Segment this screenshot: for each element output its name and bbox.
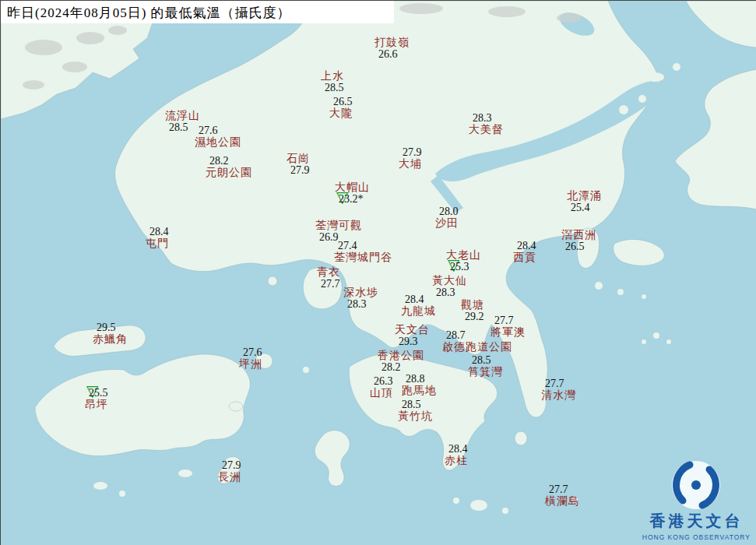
station-name: 橫瀾島	[545, 495, 580, 507]
station-name: 西貢	[513, 251, 536, 263]
station-label-35: 赤柱28.4	[445, 443, 468, 466]
station-temperature: 28.2	[382, 361, 401, 373]
station-label-1: 上水28.5	[321, 70, 344, 93]
station-name: 流浮山	[165, 110, 200, 121]
station-name: 元朗公園	[206, 167, 252, 178]
hko-logo-icon	[670, 459, 722, 511]
station-name: 大隴	[329, 107, 353, 119]
station-temperature: 25.5▽	[89, 387, 108, 399]
station-label-0: 打鼓嶺26.6	[374, 37, 410, 60]
station-temperature: 27.9	[403, 146, 422, 158]
station-name: 深水埗	[343, 287, 378, 298]
station-temperature: 27.6	[199, 125, 218, 136]
station-name: 石崗	[287, 153, 310, 164]
station-label-36: 長洲27.9	[218, 459, 241, 483]
station-label-18: 青衣27.7	[317, 266, 340, 290]
title-bar: 昨日(2024年08月05日) 的最低氣溫（攝氏度）	[1, 1, 394, 23]
station-temperature: 27.9	[290, 164, 310, 176]
station-temperature: 25.4	[571, 202, 590, 213]
station-name: 大埔	[399, 158, 422, 170]
station-temperature: 26.5	[565, 241, 585, 252]
station-temperature: 28.5	[325, 82, 344, 93]
station-name: 滘西洲	[561, 229, 596, 241]
station-label-21: 九龍城28.4	[401, 294, 436, 317]
station-temperature: 27.6	[243, 346, 262, 358]
station-temperature: 28.3	[436, 287, 455, 298]
station-label-8: 元朗公園28.2	[206, 155, 252, 178]
station-temperature: 26.5	[333, 96, 353, 107]
min-temp-marker-icon: ▽	[86, 383, 98, 399]
station-name: 大帽山	[335, 181, 370, 193]
station-label-13: 屯門28.4	[146, 226, 169, 249]
station-label-11: 沙田28.0	[435, 206, 459, 229]
station-label-9: 大帽山23.2*▽	[335, 181, 370, 205]
station-temperature: 27.9	[222, 459, 241, 471]
station-label-16: 西貢28.4	[513, 240, 536, 263]
station-name: 屯門	[146, 237, 169, 249]
station-temperature: 27.7	[321, 278, 340, 290]
station-name: 上水	[321, 70, 344, 82]
station-name: 黃竹坑	[398, 410, 433, 422]
station-name: 天文台	[395, 324, 430, 336]
station-temperature: 28.4	[517, 240, 536, 251]
station-temperature: 27.7	[545, 378, 564, 389]
station-label-27: 坪洲27.6	[239, 346, 262, 370]
station-name: 黃大仙	[432, 275, 467, 287]
station-temperature: 26.3	[374, 375, 393, 387]
station-label-7: 石崗27.9	[287, 153, 310, 176]
station-label-6: 大埔27.9	[399, 146, 422, 170]
station-temperature: 28.4	[448, 443, 468, 455]
station-label-20: 深水埗28.3	[343, 287, 378, 310]
station-name: 香港公園	[378, 350, 424, 361]
station-temperature: 29.3	[399, 336, 418, 347]
station-name: 大老山	[446, 249, 481, 261]
station-temperature: 28.3	[347, 298, 367, 310]
station-name: 長洲	[218, 471, 241, 483]
station-label-22: 觀塘29.2	[461, 299, 484, 322]
station-label-31: 山頂26.3	[370, 375, 393, 399]
station-temperature: 27.7	[549, 483, 568, 495]
station-temperature: 27.7	[494, 315, 514, 326]
station-temperature: 26.6	[378, 48, 398, 60]
station-label-34: 黃竹坑28.5	[398, 399, 433, 422]
station-temperature: 28.3	[473, 112, 492, 124]
station-name: 昂坪	[85, 399, 108, 410]
hko-logo: 香港天文台 HONG KONG OBSERVATORY	[642, 459, 751, 541]
station-temperature: 23.2*▽	[339, 193, 364, 205]
station-name: 沙田	[435, 217, 459, 229]
station-label-28: 香港公園28.2	[378, 350, 424, 373]
station-name: 啟德跑道公園	[442, 341, 512, 353]
station-name: 筲箕灣	[468, 366, 503, 378]
station-temperature: 25.3▽	[450, 261, 469, 272]
station-label-30: 跑馬地28.8	[402, 373, 437, 396]
station-temperature: 28.5	[472, 354, 491, 366]
station-label-19: 黃大仙28.3	[432, 275, 467, 298]
station-name: 青衣	[317, 266, 340, 278]
station-label-15: 荃灣城門谷27.4	[334, 240, 392, 263]
station-temperature: 28.2	[209, 155, 229, 167]
station-name: 荃灣城門谷	[334, 251, 392, 263]
station-name: 荃灣可觀	[315, 220, 362, 231]
station-temperature: 28.4	[149, 226, 169, 237]
station-name: 觀塘	[461, 299, 484, 311]
station-name: 濕地公園	[195, 136, 241, 148]
station-temperature: 28.5	[402, 399, 421, 410]
station-label-32: 清水灣27.7	[541, 378, 576, 401]
station-temperature: 29.5	[97, 322, 116, 333]
station-label-4: 濕地公園27.6	[195, 125, 241, 148]
station-name: 九龍城	[401, 305, 436, 317]
weather-map-page: 打鼓嶺26.6上水28.5大隴26.5流浮山28.5濕地公園27.6大美督28.…	[0, 0, 756, 545]
station-name: 北潭涌	[567, 190, 602, 202]
station-label-10: 北潭涌25.4	[567, 190, 602, 213]
station-label-25: 赤鱲角29.5	[93, 322, 128, 345]
station-label-29: 筲箕灣28.5	[468, 354, 503, 378]
station-name: 山頂	[370, 387, 393, 399]
station-name: 坪洲	[239, 358, 262, 370]
station-label-24: 天文台29.3	[395, 324, 430, 347]
station-temperature: 28.7	[446, 329, 466, 341]
station-temperature: 27.4	[338, 240, 357, 251]
station-label-37: 橫瀾島27.7	[545, 483, 580, 507]
station-temperature: 28.4	[405, 294, 424, 305]
station-temperature: 28.8	[406, 373, 425, 385]
station-name: 跑馬地	[402, 385, 437, 396]
